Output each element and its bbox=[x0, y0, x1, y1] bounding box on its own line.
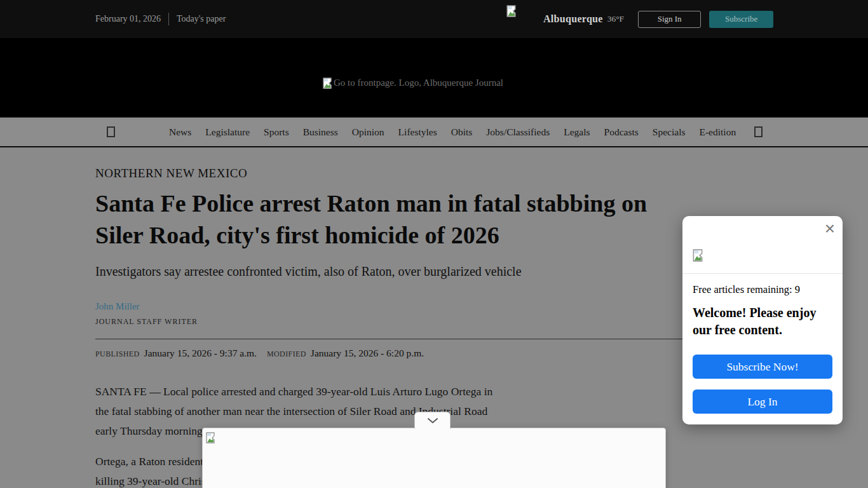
topbar-left-group: February 01, 2026 Today's paper bbox=[95, 0, 226, 38]
welcome-line: Welcome! Please enjoy bbox=[693, 304, 816, 322]
modal-divider bbox=[682, 273, 843, 274]
nav-item-opinion[interactable]: Opinion bbox=[352, 126, 384, 138]
nav-item-business[interactable]: Business bbox=[303, 126, 338, 138]
author-title: JOURNAL STAFF WRITER bbox=[95, 317, 773, 327]
broken-image-icon bbox=[323, 78, 332, 92]
published-label: PUBLISHED bbox=[95, 349, 140, 359]
publish-info-row: PUBLISHED January 15, 2026 - 9:37 a.m. M… bbox=[95, 348, 773, 359]
topbar-right-group: Albuquerque 36°F Sign In Subscribe bbox=[543, 0, 773, 38]
article-subheadline: Investigators say arrestee confronted vi… bbox=[95, 264, 773, 279]
weather-city-label: Albuquerque bbox=[543, 13, 603, 25]
nav-item-lifestyles[interactable]: Lifestyles bbox=[398, 126, 437, 138]
logo-alt-text: Go to frontpage. Logo, Albuquerque Journ… bbox=[334, 78, 503, 88]
nav-item-specials[interactable]: Specials bbox=[653, 126, 686, 138]
frontpage-logo-link[interactable]: Go to frontpage. Logo, Albuquerque Journ… bbox=[323, 78, 503, 92]
author-link[interactable]: John Miller bbox=[95, 301, 140, 311]
top-utility-bar: February 01, 2026 Today's paper Albuquer… bbox=[0, 0, 868, 38]
broken-image-icon bbox=[693, 249, 703, 264]
broken-image-icon bbox=[506, 5, 516, 20]
subscribe-button[interactable]: Subscribe bbox=[709, 11, 773, 28]
nav-item-obits[interactable]: Obits bbox=[451, 126, 473, 138]
nav-items-group: News Legislature Sports Business Opinion… bbox=[169, 118, 736, 146]
todays-paper-link[interactable]: Today's paper bbox=[177, 14, 226, 24]
byline-block: John Miller JOURNAL STAFF WRITER bbox=[95, 301, 773, 327]
modified-label: MODIFIED bbox=[267, 349, 306, 359]
nav-item-legislature[interactable]: Legislature bbox=[205, 126, 250, 138]
headline-line: Siler Road, city's first homicide of 202… bbox=[95, 219, 773, 251]
search-placeholder-icon[interactable] bbox=[754, 126, 763, 137]
subscribe-now-button[interactable]: Subscribe Now! bbox=[693, 355, 832, 379]
log-in-button[interactable]: Log In bbox=[693, 390, 832, 414]
headline-line: Santa Fe Police arrest Raton man in fata… bbox=[95, 187, 773, 219]
free-articles-counter: Free articles remaining: 9 bbox=[693, 283, 800, 296]
nav-item-jobs-classifieds[interactable]: Jobs/Classifieds bbox=[486, 126, 550, 138]
modified-date: January 15, 2026 - 6:20 p.m. bbox=[311, 348, 424, 359]
divider bbox=[168, 13, 169, 25]
body-line: SANTA FE — Local police arrested and cha… bbox=[95, 382, 773, 402]
paywall-modal: × Free articles remaining: 9 Welcome! Pl… bbox=[682, 216, 843, 424]
weather-temperature: 36°F bbox=[607, 14, 624, 24]
current-date: February 01, 2026 bbox=[95, 14, 161, 24]
nav-item-news[interactable]: News bbox=[169, 126, 191, 138]
broken-image-icon bbox=[206, 432, 215, 446]
close-icon[interactable]: × bbox=[825, 220, 835, 238]
published-date: January 15, 2026 - 9:37 a.m. bbox=[144, 348, 257, 359]
nav-item-legals[interactable]: Legals bbox=[564, 126, 590, 138]
welcome-line: our free content. bbox=[693, 322, 816, 339]
nav-item-e-edition[interactable]: E-edition bbox=[699, 126, 736, 138]
article-headline: Santa Fe Police arrest Raton man in fata… bbox=[95, 187, 773, 251]
nav-item-sports[interactable]: Sports bbox=[264, 126, 289, 138]
masthead-band: Go to frontpage. Logo, Albuquerque Journ… bbox=[0, 38, 868, 116]
section-kicker: NORTHERN NEW MEXICO bbox=[95, 166, 773, 180]
nav-item-podcasts[interactable]: Podcasts bbox=[604, 126, 639, 138]
byline-divider bbox=[95, 339, 773, 339]
menu-placeholder-icon[interactable] bbox=[107, 126, 115, 137]
welcome-message: Welcome! Please enjoy our free content. bbox=[693, 304, 816, 339]
ad-panel bbox=[202, 428, 666, 488]
main-navigation: News Legislature Sports Business Opinion… bbox=[0, 116, 868, 147]
ad-collapse-button[interactable] bbox=[414, 412, 451, 429]
chevron-down-icon bbox=[427, 417, 438, 424]
sign-in-button[interactable]: Sign In bbox=[638, 11, 701, 28]
